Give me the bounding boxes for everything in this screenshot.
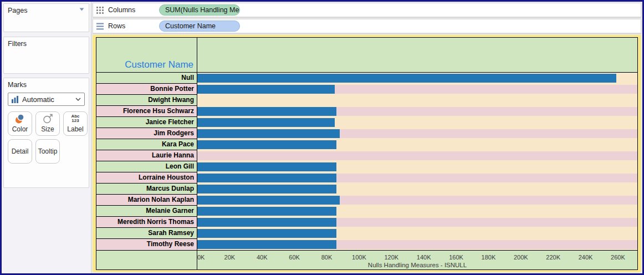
chevron-down-icon	[75, 98, 81, 101]
row-pane	[197, 150, 637, 161]
columns-shelf[interactable]: Columns SUM(Nulls Handling Me..	[93, 3, 641, 17]
caret-down-icon	[79, 8, 84, 11]
table-row: Laurie Hanna	[96, 150, 637, 161]
table-row: Sarah Ramsey	[96, 228, 637, 239]
bar-mark[interactable]	[197, 229, 336, 238]
table-row: Kara Pace	[96, 139, 637, 150]
detail-button-label: Detail	[12, 147, 29, 155]
row-header-label[interactable]: Melanie Garner	[96, 206, 197, 217]
row-header-label[interactable]: Null	[96, 73, 197, 84]
size-icon	[43, 112, 53, 125]
label-icon: Abc 123	[71, 112, 79, 125]
bar-mark[interactable]	[197, 129, 340, 138]
row-header-label[interactable]: Sarah Ramsey	[96, 228, 197, 239]
bar-mark[interactable]	[197, 74, 616, 83]
row-header-label[interactable]: Dwight Hwang	[96, 95, 197, 106]
mark-type-dropdown[interactable]: Automatic	[8, 93, 85, 106]
tooltip-button[interactable]: Tooltip	[35, 139, 60, 164]
label-button[interactable]: Abc 123 Label	[63, 111, 88, 136]
row-header-label[interactable]: Jim Rodgers	[96, 128, 197, 139]
row-header-label[interactable]: Laurie Hanna	[96, 150, 197, 161]
x-tick-label: 140K	[417, 254, 431, 261]
columns-grid-icon	[96, 7, 104, 14]
pane-header	[197, 38, 637, 72]
x-tick-label: 80K	[321, 254, 333, 261]
size-button[interactable]: Size	[35, 111, 60, 136]
pages-shelf[interactable]: Pages	[3, 3, 89, 32]
filters-shelf[interactable]: Filters	[3, 37, 89, 74]
rows-shelf-label: Rows	[108, 22, 142, 30]
table-row: Null	[96, 73, 637, 84]
columns-shelf-label: Columns	[108, 6, 142, 14]
x-axis[interactable]: Nulls Handling Measures - ISNULL 0K20K40…	[197, 251, 637, 269]
row-header-label[interactable]: Leon Gill	[96, 161, 197, 172]
color-button-label: Color	[12, 125, 28, 133]
x-tick-label: 220K	[546, 254, 560, 261]
sidebar: Pages Filters Marks Automati	[2, 2, 91, 273]
row-pane	[197, 228, 637, 239]
row-header-label[interactable]: Marcus Dunlap	[96, 184, 197, 195]
x-tick-label: 20K	[224, 254, 236, 261]
pages-dropdown-button[interactable]	[79, 4, 89, 11]
rows-shelf[interactable]: Rows Customer Name	[93, 19, 641, 33]
row-pane	[197, 195, 637, 206]
bar-mark[interactable]	[197, 218, 336, 227]
table-row: Dwight Hwang	[96, 95, 637, 106]
pages-label: Pages	[4, 4, 31, 16]
row-header-label[interactable]: Marion Nolan Kaplan	[96, 195, 197, 206]
table-row: Leon Gill	[96, 161, 637, 172]
tooltip-button-label: Tooltip	[38, 147, 58, 155]
row-header-label[interactable]: Bonnie Potter	[96, 84, 197, 95]
detail-button[interactable]: Detail	[8, 139, 32, 164]
bar-mark[interactable]	[197, 207, 336, 216]
marks-card: Marks Automatic	[3, 78, 89, 188]
table-row: Melanie Garner	[96, 206, 637, 217]
table-row: Jim Rodgers	[96, 128, 637, 139]
bar-mark[interactable]	[197, 85, 335, 94]
x-axis-title: Nulls Handling Measures - ISNULL	[197, 262, 637, 268]
color-icon	[14, 112, 25, 125]
bar-mark[interactable]	[197, 162, 336, 171]
row-pane	[197, 139, 637, 150]
row-band	[197, 151, 637, 160]
x-tick-label: 200K	[514, 254, 528, 261]
row-header-label[interactable]: Janice Fletcher	[96, 117, 197, 128]
tableau-window: Pages Filters Marks Automati	[0, 0, 644, 275]
columns-pill[interactable]: SUM(Nulls Handling Me..	[159, 4, 240, 16]
color-button[interactable]: Color	[8, 111, 32, 136]
row-header-title[interactable]: Customer Name	[96, 38, 197, 72]
bar-mark[interactable]	[197, 196, 340, 205]
data-rows: NullBonnie PotterDwight HwangFlorence Hs…	[96, 73, 637, 250]
table-row: Marcus Dunlap	[96, 184, 637, 195]
row-pane	[197, 73, 637, 84]
marks-buttons: Color Size Abc	[8, 111, 89, 164]
axis-corner	[96, 251, 197, 269]
row-pane	[197, 172, 637, 184]
x-tick-label: 260K	[611, 254, 625, 261]
bar-mark[interactable]	[197, 118, 335, 127]
main-area: Columns SUM(Nulls Handling Me.. Rows Cus…	[91, 2, 642, 273]
x-tick-label: 100K	[352, 254, 366, 261]
marks-label: Marks	[4, 78, 89, 90]
row-header-label[interactable]: Meredith Norris Thomas	[96, 217, 197, 228]
viz-header-row: Customer Name	[96, 38, 637, 73]
table-row: Janice Fletcher	[96, 117, 637, 128]
row-header-label[interactable]: Lorraine Houston	[96, 172, 197, 184]
bar-mark[interactable]	[197, 174, 336, 182]
x-tick-label: 120K	[384, 254, 398, 261]
row-header-label[interactable]: Florence Hsu Schwarz	[96, 106, 197, 117]
bar-mark[interactable]	[197, 240, 336, 249]
label-button-label: Label	[67, 125, 83, 133]
row-header-label[interactable]: Kara Pace	[96, 139, 197, 150]
bar-mark[interactable]	[197, 140, 336, 149]
bar-chart-icon	[12, 96, 19, 103]
row-pane	[197, 95, 637, 106]
x-tick-label: 180K	[482, 254, 496, 261]
row-pane	[197, 161, 637, 172]
x-tick-label: 40K	[257, 254, 268, 261]
rows-pill[interactable]: Customer Name	[159, 21, 240, 32]
bar-mark[interactable]	[197, 185, 336, 193]
x-axis-row: Nulls Handling Measures - ISNULL 0K20K40…	[96, 250, 637, 269]
bar-mark[interactable]	[197, 107, 336, 116]
row-header-label[interactable]: Timothy Reese	[96, 239, 197, 250]
